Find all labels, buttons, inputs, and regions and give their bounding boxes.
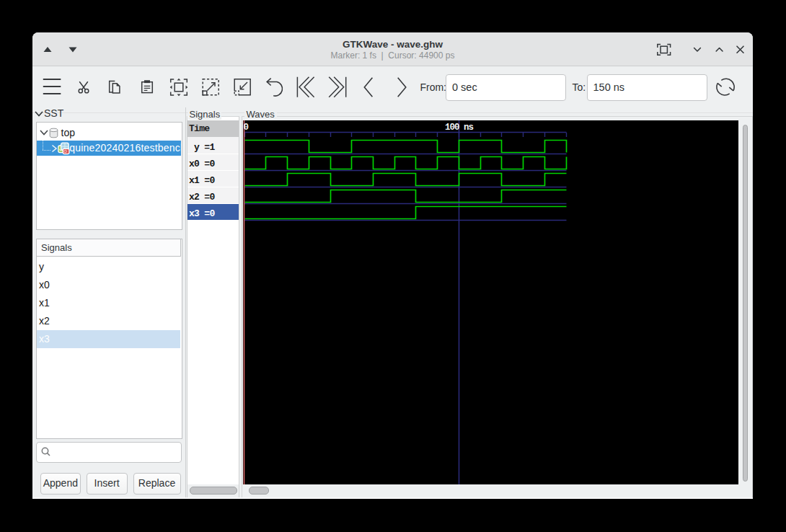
svg-text:100 ns: 100 ns <box>445 123 474 133</box>
svg-text:0: 0 <box>244 123 250 133</box>
